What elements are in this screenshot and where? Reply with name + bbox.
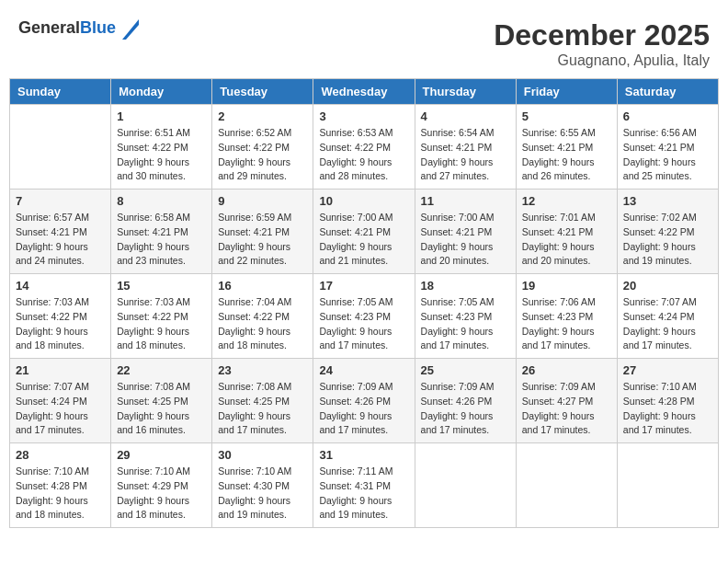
weekday-header-sunday: Sunday — [10, 79, 111, 105]
page-header: GeneralBlue December 2025 Guagnano, Apul… — [9, 9, 719, 74]
calendar-cell: 25 Sunrise: 7:09 AMSunset: 4:26 PMDaylig… — [415, 359, 516, 443]
weekday-header-tuesday: Tuesday — [212, 79, 313, 105]
calendar-cell: 7 Sunrise: 6:57 AMSunset: 4:21 PMDayligh… — [10, 190, 111, 274]
day-number: 27 — [623, 363, 712, 377]
calendar-cell: 5 Sunrise: 6:55 AMSunset: 4:21 PMDayligh… — [516, 105, 617, 190]
day-info: Sunrise: 7:00 AMSunset: 4:21 PMDaylight:… — [319, 211, 408, 269]
day-info: Sunrise: 7:07 AMSunset: 4:24 PMDaylight:… — [16, 380, 105, 438]
calendar-cell: 27 Sunrise: 7:10 AMSunset: 4:28 PMDaylig… — [617, 359, 718, 443]
day-number: 23 — [218, 363, 307, 377]
day-info: Sunrise: 7:07 AMSunset: 4:24 PMDaylight:… — [623, 295, 712, 353]
calendar-cell: 24 Sunrise: 7:09 AMSunset: 4:26 PMDaylig… — [313, 359, 415, 443]
day-number: 2 — [218, 109, 307, 123]
day-info: Sunrise: 7:10 AMSunset: 4:29 PMDaylight:… — [117, 465, 206, 523]
calendar-cell: 18 Sunrise: 7:05 AMSunset: 4:23 PMDaylig… — [415, 274, 516, 359]
day-number: 12 — [522, 194, 611, 208]
calendar-cell: 11 Sunrise: 7:00 AMSunset: 4:21 PMDaylig… — [415, 190, 516, 274]
day-number: 24 — [319, 363, 408, 377]
day-info: Sunrise: 7:09 AMSunset: 4:26 PMDaylight:… — [319, 380, 408, 438]
day-info: Sunrise: 6:51 AMSunset: 4:22 PMDaylight:… — [117, 126, 206, 184]
day-info: Sunrise: 7:02 AMSunset: 4:22 PMDaylight:… — [623, 211, 712, 269]
calendar-cell: 1 Sunrise: 6:51 AMSunset: 4:22 PMDayligh… — [111, 105, 212, 190]
day-number: 4 — [421, 109, 510, 123]
calendar-cell: 4 Sunrise: 6:54 AMSunset: 4:21 PMDayligh… — [415, 105, 516, 190]
calendar-table: SundayMondayTuesdayWednesdayThursdayFrid… — [9, 78, 719, 528]
weekday-header-wednesday: Wednesday — [313, 79, 415, 105]
calendar-cell: 10 Sunrise: 7:00 AMSunset: 4:21 PMDaylig… — [313, 190, 415, 274]
calendar-cell: 29 Sunrise: 7:10 AMSunset: 4:29 PMDaylig… — [111, 443, 212, 528]
calendar-cell: 15 Sunrise: 7:03 AMSunset: 4:22 PMDaylig… — [111, 274, 212, 359]
calendar-cell: 13 Sunrise: 7:02 AMSunset: 4:22 PMDaylig… — [617, 190, 718, 274]
weekday-header-row: SundayMondayTuesdayWednesdayThursdayFrid… — [10, 79, 719, 105]
day-number: 11 — [421, 194, 510, 208]
calendar-cell — [415, 443, 516, 528]
day-info: Sunrise: 7:10 AMSunset: 4:28 PMDaylight:… — [623, 380, 712, 438]
logo-blue-text: Blue — [80, 18, 116, 37]
day-info: Sunrise: 6:54 AMSunset: 4:21 PMDaylight:… — [421, 126, 510, 184]
day-info: Sunrise: 7:06 AMSunset: 4:23 PMDaylight:… — [522, 295, 611, 353]
day-number: 10 — [319, 194, 408, 208]
calendar-cell: 22 Sunrise: 7:08 AMSunset: 4:25 PMDaylig… — [111, 359, 212, 443]
day-info: Sunrise: 7:08 AMSunset: 4:25 PMDaylight:… — [218, 380, 307, 438]
calendar-week-row: 28 Sunrise: 7:10 AMSunset: 4:28 PMDaylig… — [10, 443, 719, 528]
day-number: 31 — [319, 448, 408, 462]
calendar-week-row: 7 Sunrise: 6:57 AMSunset: 4:21 PMDayligh… — [10, 190, 719, 274]
day-number: 1 — [117, 109, 206, 123]
day-number: 21 — [16, 363, 105, 377]
day-info: Sunrise: 7:10 AMSunset: 4:28 PMDaylight:… — [16, 465, 105, 523]
day-info: Sunrise: 6:58 AMSunset: 4:21 PMDaylight:… — [117, 211, 206, 269]
logo-icon — [122, 19, 139, 40]
day-number: 9 — [218, 194, 307, 208]
location-subtitle: Guagnano, Apulia, Italy — [494, 52, 710, 69]
weekday-header-monday: Monday — [111, 79, 212, 105]
day-number: 17 — [319, 279, 408, 293]
day-number: 26 — [522, 363, 611, 377]
month-title: December 2025 — [494, 18, 710, 52]
day-info: Sunrise: 7:09 AMSunset: 4:27 PMDaylight:… — [522, 380, 611, 438]
calendar-cell: 2 Sunrise: 6:52 AMSunset: 4:22 PMDayligh… — [212, 105, 313, 190]
calendar-cell: 6 Sunrise: 6:56 AMSunset: 4:21 PMDayligh… — [617, 105, 718, 190]
day-number: 19 — [522, 279, 611, 293]
logo: GeneralBlue — [18, 18, 139, 40]
calendar-cell: 31 Sunrise: 7:11 AMSunset: 4:31 PMDaylig… — [313, 443, 415, 528]
day-number: 22 — [117, 363, 206, 377]
day-number: 14 — [16, 279, 105, 293]
day-info: Sunrise: 6:52 AMSunset: 4:22 PMDaylight:… — [218, 126, 307, 184]
weekday-header-friday: Friday — [516, 79, 617, 105]
day-number: 28 — [16, 448, 105, 462]
day-number: 15 — [117, 279, 206, 293]
calendar-cell: 30 Sunrise: 7:10 AMSunset: 4:30 PMDaylig… — [212, 443, 313, 528]
calendar-cell: 21 Sunrise: 7:07 AMSunset: 4:24 PMDaylig… — [10, 359, 111, 443]
calendar-week-row: 14 Sunrise: 7:03 AMSunset: 4:22 PMDaylig… — [10, 274, 719, 359]
calendar-cell — [516, 443, 617, 528]
day-number: 7 — [16, 194, 105, 208]
logo-general-text: General — [18, 18, 80, 37]
day-number: 16 — [218, 279, 307, 293]
day-info: Sunrise: 7:10 AMSunset: 4:30 PMDaylight:… — [218, 465, 307, 523]
day-number: 3 — [319, 109, 408, 123]
calendar-cell: 16 Sunrise: 7:04 AMSunset: 4:22 PMDaylig… — [212, 274, 313, 359]
day-info: Sunrise: 7:00 AMSunset: 4:21 PMDaylight:… — [421, 211, 510, 269]
calendar-cell — [617, 443, 718, 528]
day-info: Sunrise: 7:04 AMSunset: 4:22 PMDaylight:… — [218, 295, 307, 353]
day-info: Sunrise: 7:05 AMSunset: 4:23 PMDaylight:… — [421, 295, 510, 353]
calendar-cell: 12 Sunrise: 7:01 AMSunset: 4:21 PMDaylig… — [516, 190, 617, 274]
day-number: 20 — [623, 279, 712, 293]
calendar-week-row: 21 Sunrise: 7:07 AMSunset: 4:24 PMDaylig… — [10, 359, 719, 443]
weekday-header-thursday: Thursday — [415, 79, 516, 105]
calendar-cell: 17 Sunrise: 7:05 AMSunset: 4:23 PMDaylig… — [313, 274, 415, 359]
calendar-cell: 23 Sunrise: 7:08 AMSunset: 4:25 PMDaylig… — [212, 359, 313, 443]
day-info: Sunrise: 7:05 AMSunset: 4:23 PMDaylight:… — [319, 295, 408, 353]
calendar-week-row: 1 Sunrise: 6:51 AMSunset: 4:22 PMDayligh… — [10, 105, 719, 190]
calendar-cell: 19 Sunrise: 7:06 AMSunset: 4:23 PMDaylig… — [516, 274, 617, 359]
day-number: 5 — [522, 109, 611, 123]
calendar-cell: 14 Sunrise: 7:03 AMSunset: 4:22 PMDaylig… — [10, 274, 111, 359]
day-info: Sunrise: 7:03 AMSunset: 4:22 PMDaylight:… — [117, 295, 206, 353]
calendar-cell — [10, 105, 111, 190]
calendar-cell: 28 Sunrise: 7:10 AMSunset: 4:28 PMDaylig… — [10, 443, 111, 528]
calendar-cell: 26 Sunrise: 7:09 AMSunset: 4:27 PMDaylig… — [516, 359, 617, 443]
day-info: Sunrise: 7:11 AMSunset: 4:31 PMDaylight:… — [319, 465, 408, 523]
day-info: Sunrise: 7:08 AMSunset: 4:25 PMDaylight:… — [117, 380, 206, 438]
calendar-cell: 9 Sunrise: 6:59 AMSunset: 4:21 PMDayligh… — [212, 190, 313, 274]
calendar-cell: 20 Sunrise: 7:07 AMSunset: 4:24 PMDaylig… — [617, 274, 718, 359]
